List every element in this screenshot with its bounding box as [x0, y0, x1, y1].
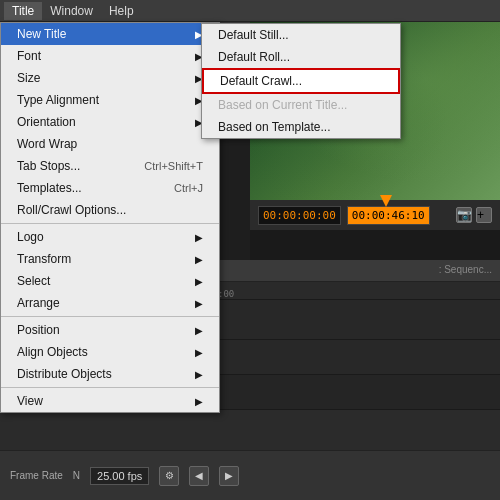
menu-item-roll-crawl-label: Roll/Crawl Options... [17, 203, 126, 217]
submenu-default-roll[interactable]: Default Roll... [202, 46, 400, 68]
menu-item-logo[interactable]: Logo ▶ [1, 226, 219, 248]
frame-rate-value: 25.00 fps [90, 467, 149, 485]
camera-btn[interactable]: 📷 [456, 207, 472, 223]
menu-item-tab-stops[interactable]: Tab Stops... Ctrl+Shift+T [1, 155, 219, 177]
submenu-based-on-template-label: Based on Template... [218, 120, 331, 134]
arrow-distribute-objects: ▶ [195, 369, 203, 380]
menu-item-transform-label: Transform [17, 252, 71, 266]
menu-bar: Title Window Help [0, 0, 500, 22]
menu-item-word-wrap[interactable]: Word Wrap [1, 133, 219, 155]
arrow-align-objects: ▶ [195, 347, 203, 358]
menu-item-position-label: Position [17, 323, 60, 337]
submenu-based-on-current: Based on Current Title... [202, 94, 400, 116]
arrow-select: ▶ [195, 276, 203, 287]
arrow-view: ▶ [195, 396, 203, 407]
frame-rate-label: Frame Rate [10, 470, 63, 481]
menu-item-arrange-label: Arrange [17, 296, 60, 310]
menu-window[interactable]: Window [42, 2, 101, 20]
menu-item-word-wrap-label: Word Wrap [17, 137, 77, 151]
menu-item-position[interactable]: Position ▶ [1, 319, 219, 341]
arrow-logo: ▶ [195, 232, 203, 243]
menu-item-font[interactable]: Font ▶ [1, 45, 219, 67]
shortcut-tab-stops: Ctrl+Shift+T [144, 160, 203, 172]
panel-controls: 📷 + [456, 207, 492, 223]
separator-2 [1, 316, 219, 317]
submenu-default-roll-label: Default Roll... [218, 50, 290, 64]
menu-item-logo-label: Logo [17, 230, 44, 244]
menu-item-size-label: Size [17, 71, 40, 85]
menu-item-distribute-objects[interactable]: Distribute Objects ▶ [1, 363, 219, 385]
settings-btn[interactable]: ⚙ [159, 466, 179, 486]
menu-item-tab-stops-label: Tab Stops... [17, 159, 80, 173]
timecode-start: 00:00:00:00 [258, 206, 341, 225]
menu-item-orientation[interactable]: Orientation ▶ [1, 111, 219, 133]
menu-item-type-alignment-label: Type Alignment [17, 93, 99, 107]
submenu-based-on-current-label: Based on Current Title... [218, 98, 347, 112]
menu-help[interactable]: Help [101, 2, 142, 20]
arrow-transform: ▶ [195, 254, 203, 265]
menu-item-templates[interactable]: Templates... Ctrl+J [1, 177, 219, 199]
menu-item-size[interactable]: Size ▶ [1, 67, 219, 89]
menu-item-roll-crawl[interactable]: Roll/Crawl Options... [1, 199, 219, 221]
submenu-default-still-label: Default Still... [218, 28, 289, 42]
submenu-default-crawl[interactable]: Default Crawl... [202, 68, 400, 94]
menu-item-align-objects[interactable]: Align Objects ▶ [1, 341, 219, 363]
menu-item-type-alignment[interactable]: Type Alignment ▶ [1, 89, 219, 111]
menu-item-new-title-label: New Title [17, 27, 66, 41]
menu-item-arrange[interactable]: Arrange ▶ [1, 292, 219, 314]
submenu-based-on-template[interactable]: Based on Template... [202, 116, 400, 138]
arrow-arrange: ▶ [195, 298, 203, 309]
bottom-panel: Frame Rate N 25.00 fps ⚙ ◀ ▶ [0, 450, 500, 500]
plus-btn[interactable]: + [476, 207, 492, 223]
sequence-label: : Sequenc... [431, 260, 500, 279]
menu-item-distribute-objects-label: Distribute Objects [17, 367, 112, 381]
nav-right-btn[interactable]: ▶ [219, 466, 239, 486]
arrow-position: ▶ [195, 325, 203, 336]
menu-item-new-title[interactable]: New Title ▶ Default Still... Default Rol… [1, 23, 219, 45]
menu-item-font-label: Font [17, 49, 41, 63]
menu-title[interactable]: Title [4, 2, 42, 20]
menu-item-view-label: View [17, 394, 43, 408]
shortcut-templates: Ctrl+J [174, 182, 203, 194]
submenu-default-still[interactable]: Default Still... [202, 24, 400, 46]
submenu-new-title: Default Still... Default Roll... Default… [201, 23, 401, 139]
menu-item-templates-label: Templates... [17, 181, 82, 195]
menu-item-orientation-label: Orientation [17, 115, 76, 129]
frame-rate-divider: N [73, 470, 80, 481]
separator-3 [1, 387, 219, 388]
nav-left-btn[interactable]: ◀ [189, 466, 209, 486]
timecode-end: 00:00:46:10 [347, 206, 430, 225]
menu-item-select-label: Select [17, 274, 50, 288]
menu-item-view[interactable]: View ▶ [1, 390, 219, 412]
separator-1 [1, 223, 219, 224]
menu-item-transform[interactable]: Transform ▶ [1, 248, 219, 270]
menu-item-align-objects-label: Align Objects [17, 345, 88, 359]
title-dropdown-menu: New Title ▶ Default Still... Default Rol… [0, 22, 220, 413]
preview-timeline-top: 00:00:00:00 00:00:46:10 📷 + [250, 200, 500, 230]
submenu-default-crawl-label: Default Crawl... [220, 74, 302, 88]
menu-item-select[interactable]: Select ▶ [1, 270, 219, 292]
